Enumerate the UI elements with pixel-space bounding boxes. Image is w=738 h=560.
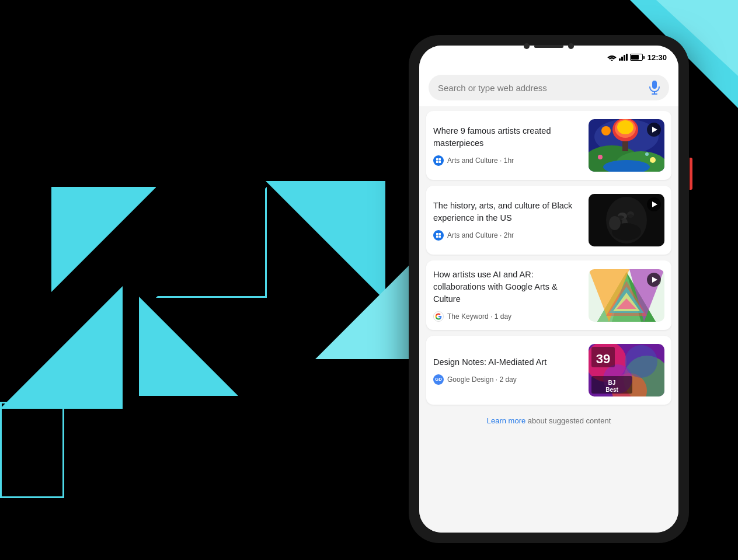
shape-square-outline (156, 187, 267, 298)
search-bar[interactable]: Search or type web address (429, 75, 669, 100)
news-card-4-source: GD Google Design · 2 day (433, 374, 582, 385)
news-card-2-play-btn[interactable] (647, 197, 661, 211)
phone: 12:30 Search or type web address (409, 35, 701, 549)
news-card-1-source-icon (433, 155, 444, 166)
news-card-2-source: Arts and Culture · 2hr (433, 230, 582, 241)
footer-text: Learn more about suggested content (426, 411, 671, 434)
svg-rect-5 (439, 158, 441, 161)
search-input[interactable]: Search or type web address (438, 83, 643, 93)
camera-lens (524, 43, 530, 49)
status-time: 12:30 (648, 53, 667, 62)
svg-point-18 (598, 155, 603, 159)
svg-point-20 (645, 152, 649, 156)
svg-rect-6 (436, 161, 438, 164)
news-card-3-title: How artists use AI and AR: collaboration… (433, 269, 582, 305)
svg-point-15 (617, 120, 633, 134)
news-card-3-source-name: The Keyword · 1 day (447, 312, 511, 321)
news-card-2-source-name: Arts and Culture · 2hr (447, 231, 514, 239)
news-card-4-thumb: 39 BJ Best (589, 344, 664, 396)
footer-about-text: about suggested content (528, 416, 611, 425)
svg-rect-7 (439, 161, 441, 164)
news-card-1-title: Where 9 famous artists created masterpie… (433, 125, 582, 149)
phone-speaker (534, 45, 563, 48)
news-card-1-source-name: Arts and Culture · 1hr (447, 156, 514, 165)
status-icons: 12:30 (607, 53, 667, 62)
news-card-2-source-icon (433, 230, 444, 241)
phone-screen: 12:30 Search or type web address (419, 46, 678, 533)
news-card-1-play-btn[interactable] (647, 123, 661, 137)
news-card-4-source-icon: GD (433, 374, 444, 385)
svg-point-19 (650, 157, 656, 163)
news-card-4-source-name: Google Design · 2 day (447, 375, 517, 384)
news-card-4[interactable]: Design Notes: AI-Mediated Art GD Google … (426, 336, 671, 405)
shape-dark-tri (156, 187, 267, 298)
news-card-4-title: Design Notes: AI-Mediated Art (433, 356, 582, 368)
search-bar-container: Search or type web address (419, 69, 678, 106)
svg-rect-22 (439, 233, 441, 235)
news-card-3[interactable]: How artists use AI and AR: collaboration… (426, 260, 671, 330)
svg-text:39: 39 (596, 352, 610, 366)
shape-cyan-left1 (51, 187, 156, 292)
svg-rect-1 (652, 81, 657, 89)
news-card-2[interactable]: The history, arts, and culture of Black … (426, 186, 671, 255)
wifi-icon (607, 54, 617, 61)
news-card-3-text: How artists use AI and AR: collaboration… (433, 269, 582, 322)
svg-point-50 (625, 345, 657, 378)
svg-point-16 (601, 126, 611, 135)
signal-icon (619, 54, 628, 61)
news-card-1[interactable]: Where 9 famous artists created masterpie… (426, 111, 671, 180)
shape-cyan-center1 (266, 181, 385, 301)
news-card-1-text: Where 9 famous artists created masterpie… (433, 125, 582, 166)
camera-dot2 (568, 43, 574, 49)
phone-side-button (690, 158, 692, 190)
shape-cyan-left2 (0, 286, 123, 409)
news-card-4-text: Design Notes: AI-Mediated Art GD Google … (433, 356, 582, 385)
svg-rect-23 (436, 236, 438, 238)
phone-body: 12:30 Search or type web address (409, 35, 689, 543)
battery-icon (630, 54, 643, 61)
news-card-3-source-icon (433, 311, 444, 322)
news-card-3-thumb (589, 269, 664, 322)
status-bar: 12:30 (419, 46, 678, 69)
shape-square-outline2 (0, 402, 64, 498)
news-card-1-source: Arts and Culture · 1hr (433, 155, 582, 166)
svg-rect-24 (439, 236, 441, 238)
news-card-2-title: The history, arts, and culture of Black … (433, 200, 582, 224)
svg-rect-4 (436, 158, 438, 161)
svg-point-0 (611, 60, 612, 61)
news-card-2-thumb (589, 194, 664, 246)
news-card-3-source: The Keyword · 1 day (433, 311, 582, 322)
phone-camera-area (524, 43, 574, 49)
shape-cyan-bottom1 (139, 297, 238, 396)
footer-link[interactable]: Learn more (487, 416, 525, 425)
news-card-1-thumb (589, 119, 664, 172)
news-card-2-text: The history, arts, and culture of Black … (433, 200, 582, 241)
svg-rect-21 (436, 233, 438, 235)
content-area: Where 9 famous artists created masterpie… (419, 106, 678, 533)
svg-text:Best: Best (605, 387, 618, 393)
mic-icon[interactable] (649, 81, 660, 95)
news-card-3-play-btn[interactable] (647, 273, 661, 287)
svg-text:BJ: BJ (608, 380, 616, 386)
